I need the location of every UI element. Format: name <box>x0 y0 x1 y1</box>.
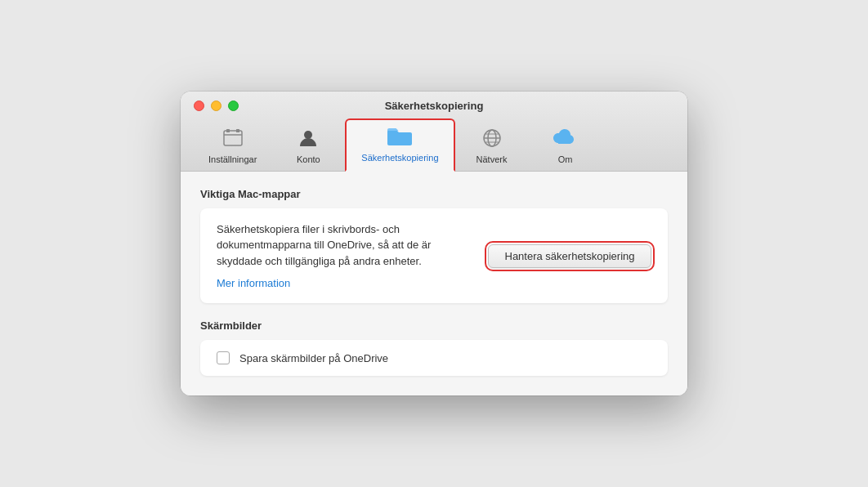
spara-skarmbilder-checkbox[interactable] <box>217 351 230 364</box>
tab-natverk[interactable]: Nätverk <box>455 122 529 171</box>
maximize-button[interactable] <box>228 101 239 111</box>
card-description: Säkerhetskopiera filer i skrivbords- och… <box>217 221 468 270</box>
mer-information-link[interactable]: Mer information <box>217 277 290 289</box>
app-window: Säkerhetskopiering Inställningar <box>181 92 687 396</box>
svg-rect-0 <box>224 131 242 145</box>
tab-natverk-label: Nätverk <box>477 154 508 164</box>
hantera-sakerhetskopiering-button[interactable]: Hantera säkerhetskopiering <box>488 244 651 268</box>
skarmbilder-title: Skärmbilder <box>200 319 668 332</box>
title-bar: Säkerhetskopiering Inställningar <box>181 92 687 172</box>
tab-sakerhetskopiering-label: Säkerhetskopiering <box>361 153 438 163</box>
minimize-button[interactable] <box>211 101 221 111</box>
tab-om[interactable]: Om <box>529 122 602 171</box>
svg-rect-2 <box>236 129 239 132</box>
folder-icon <box>386 125 414 151</box>
svg-rect-1 <box>226 129 230 132</box>
spara-skarmbilder-label: Spara skärmbilder på OneDrive <box>239 352 388 364</box>
tab-om-label: Om <box>558 154 573 164</box>
settings-icon <box>221 127 244 153</box>
tab-installningar[interactable]: Inställningar <box>194 122 271 171</box>
cloud-icon <box>552 127 579 153</box>
window-controls <box>194 101 239 111</box>
viktiga-mappar-card: Säkerhetskopiera filer i skrivbords- och… <box>200 208 668 304</box>
tab-sakerhetskopiering[interactable]: Säkerhetskopiering <box>345 118 454 172</box>
tab-konto-label: Konto <box>297 154 320 164</box>
person-icon <box>297 127 320 153</box>
skarmbilder-card: Spara skärmbilder på OneDrive <box>200 340 668 376</box>
tab-konto[interactable]: Konto <box>271 122 345 171</box>
close-button[interactable] <box>194 101 204 111</box>
title-bar-top: Säkerhetskopiering <box>194 100 674 112</box>
content-area: Viktiga Mac-mappar Säkerhetskopiera file… <box>181 172 687 396</box>
tab-installningar-label: Inställningar <box>208 154 257 164</box>
svg-point-4 <box>304 131 312 139</box>
tab-bar: Inställningar Konto <box>194 118 674 171</box>
viktiga-mappar-title: Viktiga Mac-mappar <box>200 188 668 200</box>
network-icon <box>481 127 503 153</box>
window-title: Säkerhetskopiering <box>385 100 484 112</box>
card-text-area: Säkerhetskopiera filer i skrivbords- och… <box>217 221 468 291</box>
